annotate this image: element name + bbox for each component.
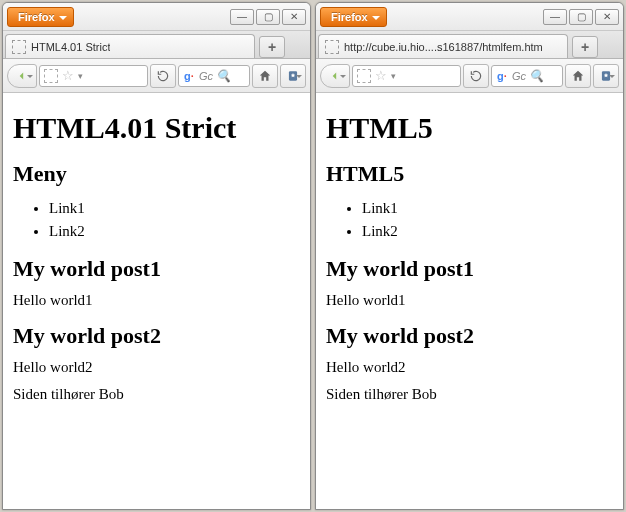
search-placeholder: Gc — [512, 70, 526, 82]
firefox-menu-button[interactable]: Firefox — [320, 7, 387, 27]
window-controls: — ▢ ✕ — [543, 9, 619, 25]
search-input[interactable]: g· Gc 🔍 — [491, 65, 563, 87]
url-input[interactable]: ☆ ▾ — [39, 65, 148, 87]
nav-link[interactable]: Link1 — [362, 197, 613, 220]
window-controls: — ▢ ✕ — [230, 9, 306, 25]
search-input[interactable]: g· Gc 🔍 — [178, 65, 250, 87]
tab-title: http://cube.iu.hio....s161887/htmlfem.ht… — [344, 41, 543, 53]
favicon-icon — [12, 40, 26, 54]
nav-link[interactable]: Link1 — [49, 197, 300, 220]
toolbar: ☆ ▾ g· Gc 🔍 — [316, 59, 623, 93]
home-icon — [571, 69, 585, 83]
home-button[interactable] — [565, 64, 591, 88]
toolbar: ☆ ▾ g· Gc 🔍 — [3, 59, 310, 93]
reload-icon — [156, 69, 170, 83]
nav-link[interactable]: Link2 — [362, 220, 613, 243]
bookmarks-button[interactable] — [593, 64, 619, 88]
page-favicon-icon — [357, 69, 371, 83]
page-h1: HTML4.01 Strict — [13, 111, 300, 145]
google-icon: g· — [495, 69, 509, 83]
dropdown-icon[interactable]: ▾ — [391, 71, 396, 81]
google-icon: g· — [182, 69, 196, 83]
maximize-button[interactable]: ▢ — [569, 9, 593, 25]
nav-link[interactable]: Link2 — [49, 220, 300, 243]
page-h1: HTML5 — [326, 111, 613, 145]
close-button[interactable]: ✕ — [595, 9, 619, 25]
titlebar[interactable]: Firefox — ▢ ✕ — [316, 3, 623, 31]
page-content: HTML5 HTML5 Link1 Link2 My world post1 H… — [316, 93, 623, 509]
nav-heading: Meny — [13, 161, 300, 187]
post-body: Hello world2 — [13, 359, 300, 376]
search-placeholder: Gc — [199, 70, 213, 82]
favicon-icon — [325, 40, 339, 54]
post-body: Hello world1 — [13, 292, 300, 309]
nav-list: Link1 Link2 — [13, 197, 300, 242]
post-title: My world post2 — [13, 323, 300, 349]
reload-icon — [469, 69, 483, 83]
tab-active[interactable]: http://cube.iu.hio....s161887/htmlfem.ht… — [318, 34, 568, 58]
dropdown-icon[interactable]: ▾ — [78, 71, 83, 81]
close-button[interactable]: ✕ — [282, 9, 306, 25]
page-content: HTML4.01 Strict Meny Link1 Link2 My worl… — [3, 93, 310, 509]
titlebar[interactable]: Firefox — ▢ ✕ — [3, 3, 310, 31]
reload-button[interactable] — [150, 64, 176, 88]
new-tab-button[interactable]: + — [572, 36, 598, 58]
nav-list: Link1 Link2 — [326, 197, 613, 242]
post-title: My world post1 — [326, 256, 613, 282]
tab-title: HTML4.01 Strict — [31, 41, 110, 53]
reload-button[interactable] — [463, 64, 489, 88]
back-button[interactable] — [320, 64, 350, 88]
post-body: Hello world1 — [326, 292, 613, 309]
browser-window-right: Firefox — ▢ ✕ http://cube.iu.hio....s161… — [315, 2, 624, 510]
post-title: My world post2 — [326, 323, 613, 349]
minimize-button[interactable]: — — [230, 9, 254, 25]
tab-strip: HTML4.01 Strict + — [3, 31, 310, 59]
firefox-menu-button[interactable]: Firefox — [7, 7, 74, 27]
tab-strip: http://cube.iu.hio....s161887/htmlfem.ht… — [316, 31, 623, 59]
bookmark-star-icon[interactable]: ☆ — [62, 68, 74, 83]
nav-heading: HTML5 — [326, 161, 613, 187]
post-body: Hello world2 — [326, 359, 613, 376]
maximize-button[interactable]: ▢ — [256, 9, 280, 25]
home-button[interactable] — [252, 64, 278, 88]
browser-window-left: Firefox — ▢ ✕ HTML4.01 Strict + ☆ ▾ g· G… — [2, 2, 311, 510]
bookmark-star-icon[interactable]: ☆ — [375, 68, 387, 83]
minimize-button[interactable]: — — [543, 9, 567, 25]
arrow-left-icon — [328, 69, 342, 83]
post-title: My world post1 — [13, 256, 300, 282]
bookmarks-button[interactable] — [280, 64, 306, 88]
back-button[interactable] — [7, 64, 37, 88]
bookmark-icon — [599, 69, 613, 83]
bookmark-icon — [286, 69, 300, 83]
page-favicon-icon — [44, 69, 58, 83]
home-icon — [258, 69, 272, 83]
url-input[interactable]: ☆ ▾ — [352, 65, 461, 87]
tab-active[interactable]: HTML4.01 Strict — [5, 34, 255, 58]
page-footer: Siden tilhører Bob — [326, 386, 613, 403]
arrow-left-icon — [15, 69, 29, 83]
search-icon[interactable]: 🔍 — [529, 69, 544, 83]
search-icon[interactable]: 🔍 — [216, 69, 231, 83]
new-tab-button[interactable]: + — [259, 36, 285, 58]
page-footer: Siden tilhører Bob — [13, 386, 300, 403]
